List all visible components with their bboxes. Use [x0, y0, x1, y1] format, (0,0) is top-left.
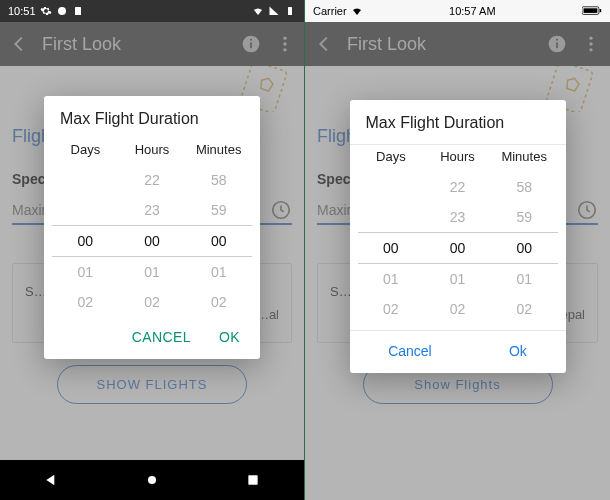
- col-header-minutes: Minutes: [185, 142, 252, 157]
- wifi-icon: [252, 5, 264, 17]
- svg-rect-14: [584, 8, 598, 13]
- nav-back-button[interactable]: [43, 472, 59, 488]
- ios-status-bar: Carrier 10:57 AM: [305, 0, 610, 22]
- gear-icon: [56, 5, 68, 17]
- signal-icon: [268, 5, 280, 17]
- picker-wheels[interactable]: 2258 2359 000000 010101 020202: [350, 172, 566, 324]
- wheel-value[interactable]: 01: [358, 271, 425, 287]
- wheel-value-selected[interactable]: 00: [185, 233, 252, 249]
- gear-icon: [40, 5, 52, 17]
- status-time: 10:51: [8, 5, 36, 17]
- ios-device: Carrier 10:57 AM First Look Fligh…: [305, 0, 610, 500]
- svg-rect-15: [600, 9, 602, 12]
- wheel-value[interactable]: 01: [119, 264, 186, 280]
- wheel-value-selected[interactable]: 00: [491, 240, 558, 256]
- wheel-value[interactable]: 22: [424, 179, 491, 195]
- svg-rect-2: [288, 7, 292, 15]
- dialog-title: Max Flight Duration: [350, 100, 566, 145]
- wheel-value[interactable]: 58: [185, 172, 252, 188]
- battery-icon: [582, 5, 602, 17]
- ok-button[interactable]: Ok: [509, 343, 527, 359]
- wheel-value[interactable]: 59: [185, 202, 252, 218]
- wheel-value-selected[interactable]: 00: [358, 240, 425, 256]
- wheel-value-selected[interactable]: 00: [52, 233, 119, 249]
- wheel-value[interactable]: 59: [491, 209, 558, 225]
- col-header-days: Days: [358, 149, 425, 164]
- ok-button[interactable]: OK: [219, 329, 240, 345]
- picker-wheels[interactable]: 2258 2359 000000 010101 020202: [44, 165, 260, 317]
- wheel-value[interactable]: 23: [119, 202, 186, 218]
- col-header-days: Days: [52, 142, 119, 157]
- wheel-value[interactable]: 02: [491, 301, 558, 317]
- duration-picker-dialog: Max Flight Duration Days Hours Minutes 2…: [44, 96, 260, 359]
- wheel-value[interactable]: 02: [52, 294, 119, 310]
- status-carrier: Carrier: [313, 5, 347, 17]
- status-time: 10:57 AM: [363, 5, 582, 17]
- picker-header: Days Hours Minutes: [350, 145, 566, 172]
- wheel-value[interactable]: 01: [52, 264, 119, 280]
- dialog-actions: Cancel Ok: [350, 330, 566, 373]
- android-status-bar: 10:51: [0, 0, 304, 22]
- wheel-value[interactable]: 01: [491, 271, 558, 287]
- wifi-icon: [351, 5, 363, 17]
- wheel-value[interactable]: 02: [185, 294, 252, 310]
- wheel-value[interactable]: 01: [424, 271, 491, 287]
- wheel-value[interactable]: 22: [119, 172, 186, 188]
- svg-rect-12: [249, 475, 258, 484]
- dialog-title: Max Flight Duration: [44, 96, 260, 138]
- wheel-value[interactable]: 23: [424, 209, 491, 225]
- wheel-value[interactable]: 02: [424, 301, 491, 317]
- android-nav-bar: [0, 460, 304, 500]
- battery-icon: [284, 5, 296, 17]
- wheel-value[interactable]: 02: [119, 294, 186, 310]
- cancel-button[interactable]: Cancel: [388, 343, 432, 359]
- android-device: 10:51 First Look: [0, 0, 305, 500]
- svg-point-11: [148, 476, 156, 484]
- app-icon: [72, 5, 84, 17]
- col-header-hours: Hours: [424, 149, 491, 164]
- wheel-value-selected[interactable]: 00: [424, 240, 491, 256]
- wheel-value[interactable]: 58: [491, 179, 558, 195]
- col-header-hours: Hours: [119, 142, 186, 157]
- svg-point-0: [58, 7, 66, 15]
- nav-recent-button[interactable]: [245, 472, 261, 488]
- picker-header: Days Hours Minutes: [44, 138, 260, 165]
- col-header-minutes: Minutes: [491, 149, 558, 164]
- duration-picker-dialog: Max Flight Duration Days Hours Minutes 2…: [350, 100, 566, 373]
- wheel-value[interactable]: 02: [358, 301, 425, 317]
- nav-home-button[interactable]: [144, 472, 160, 488]
- svg-rect-1: [75, 7, 81, 15]
- wheel-value-selected[interactable]: 00: [119, 233, 186, 249]
- cancel-button[interactable]: CANCEL: [132, 329, 191, 345]
- wheel-value[interactable]: 01: [185, 264, 252, 280]
- dialog-actions: CANCEL OK: [44, 317, 260, 359]
